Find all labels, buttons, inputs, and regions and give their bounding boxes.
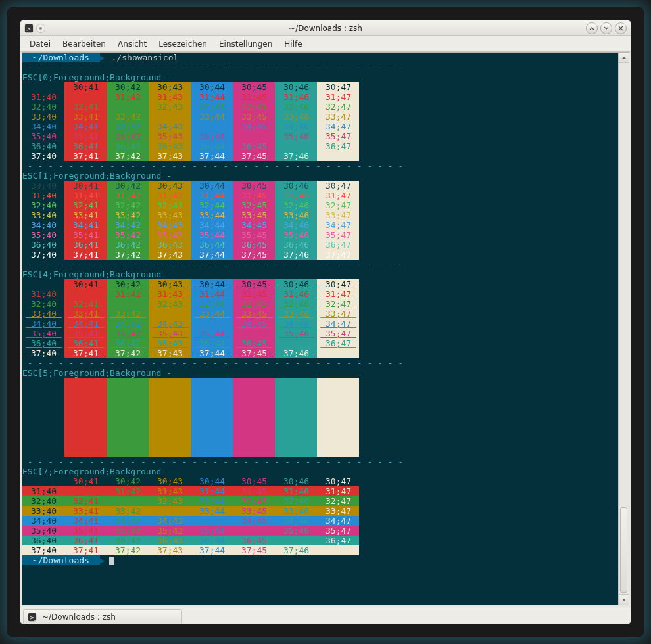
scrollbar-thumb[interactable] — [620, 507, 627, 593]
menu-datei[interactable]: Datei — [24, 38, 56, 50]
titlebar[interactable]: >_ ~/Downloads : zsh — [20, 20, 631, 36]
window-title: ~/Downloads : zsh — [20, 24, 631, 33]
tab-zsh[interactable]: >_ ~/Downloads : zsh — [23, 609, 182, 624]
minimize-button[interactable] — [586, 22, 598, 34]
svg-text:>_: >_ — [30, 614, 37, 620]
menu-hilfe[interactable]: Hilfe — [279, 38, 307, 50]
tabbar: >_ ~/Downloads : zsh — [20, 607, 631, 624]
menu-einstellungen[interactable]: Einstellungen — [214, 38, 277, 50]
app-icon: >_ — [24, 24, 34, 33]
terminal-icon: >_ — [28, 612, 37, 622]
close-button[interactable] — [615, 22, 627, 34]
scrollbar[interactable] — [618, 53, 629, 605]
scroll-up-button[interactable] — [619, 53, 629, 63]
maximize-button[interactable] — [600, 22, 612, 34]
menu-ansicht[interactable]: Ansicht — [112, 38, 152, 50]
scroll-down-button[interactable] — [619, 594, 629, 605]
svg-point-2 — [39, 27, 42, 30]
menu-bearbeiten[interactable]: Bearbeiten — [57, 38, 111, 50]
pin-icon[interactable] — [36, 24, 45, 33]
menubar: Datei Bearbeiten Ansicht Lesezeichen Ein… — [20, 36, 631, 52]
terminal-window: >_ ~/Downloads : zsh Datei Bearbeiten An… — [20, 20, 631, 624]
svg-text:>_: >_ — [26, 25, 34, 32]
tab-label: ~/Downloads : zsh — [42, 612, 116, 622]
menu-lesezeichen[interactable]: Lesezeichen — [153, 38, 212, 50]
terminal-output[interactable]: ~/Downloads ▶ ./showansicol - - - - - - … — [22, 53, 618, 605]
